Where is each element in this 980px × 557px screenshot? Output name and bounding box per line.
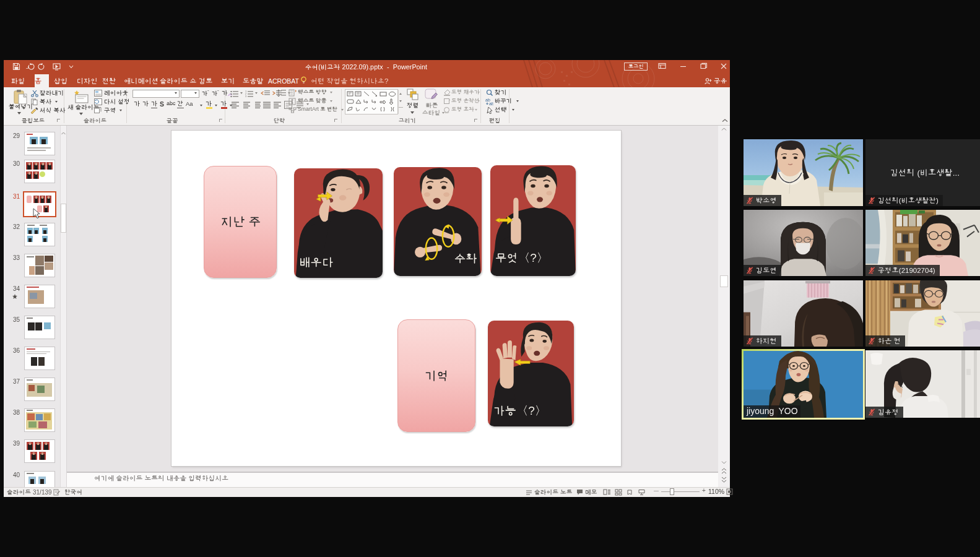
svg-text:...: ... [953,168,960,178]
svg-text:jiyoung: jiyoung [746,406,774,416]
svg-text:SmartArt: SmartArt [298,106,319,112]
svg-text:31/139: 31/139 [33,489,52,496]
svg-text:PowerPoint: PowerPoint [393,63,427,71]
svg-text:?: ? [384,77,388,85]
svg-text:(: ( [899,196,901,204]
svg-text:2022.09).pptx: 2022.09).pptx [342,63,384,71]
svg-text:〈?〉: 〈?〉 [518,251,549,264]
svg-text:(: ( [917,168,921,178]
svg-text:YOO: YOO [779,406,798,416]
svg-text:-: - [387,63,389,71]
svg-text:(: ( [318,63,321,71]
svg-text:ab: ab [489,101,493,106]
svg-text:(21902704): (21902704) [899,266,935,274]
svg-text:〈?〉: 〈?〉 [516,404,547,417]
svg-text:3: 3 [245,95,247,98]
svg-text:): ) [936,196,939,204]
